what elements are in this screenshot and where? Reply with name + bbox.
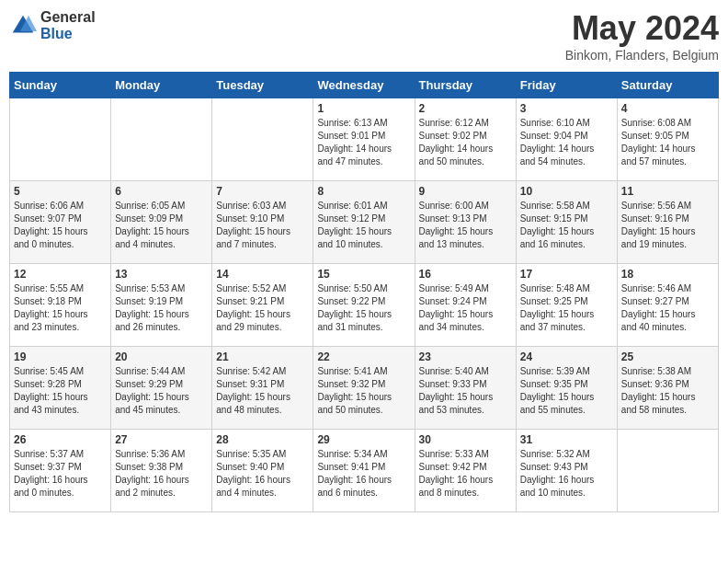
day-info: Sunrise: 5:34 AM Sunset: 9:41 PM Dayligh… (317, 448, 410, 500)
day-number: 29 (317, 433, 410, 446)
day-number: 1 (317, 102, 410, 115)
calendar-cell: 11Sunrise: 5:56 AM Sunset: 9:16 PM Dayli… (617, 181, 718, 264)
day-info: Sunrise: 5:52 AM Sunset: 9:21 PM Dayligh… (216, 282, 309, 334)
day-info: Sunrise: 5:40 AM Sunset: 9:33 PM Dayligh… (419, 365, 512, 417)
calendar-table: SundayMondayTuesdayWednesdayThursdayFrid… (9, 72, 719, 512)
day-number: 2 (419, 102, 512, 115)
calendar-cell: 26Sunrise: 5:37 AM Sunset: 9:37 PM Dayli… (10, 430, 111, 512)
logo-text: General Blue (40, 9, 96, 41)
day-number: 22 (317, 350, 410, 363)
calendar-cell: 20Sunrise: 5:44 AM Sunset: 9:29 PM Dayli… (111, 347, 212, 430)
day-info: Sunrise: 5:36 AM Sunset: 9:38 PM Dayligh… (115, 448, 208, 500)
calendar-day-header: Monday (111, 73, 212, 98)
day-number: 19 (14, 350, 107, 363)
calendar-cell (617, 430, 718, 512)
day-number: 25 (621, 350, 714, 363)
day-info: Sunrise: 5:49 AM Sunset: 9:24 PM Dayligh… (419, 282, 512, 334)
day-info: Sunrise: 6:03 AM Sunset: 9:10 PM Dayligh… (216, 200, 309, 251)
day-info: Sunrise: 5:46 AM Sunset: 9:27 PM Dayligh… (621, 282, 714, 334)
day-number: 21 (216, 350, 309, 363)
calendar-day-header: Wednesday (313, 73, 415, 98)
calendar-cell: 4Sunrise: 6:08 AM Sunset: 9:05 PM Daylig… (617, 98, 718, 181)
calendar-day-header: Saturday (617, 73, 718, 98)
day-info: Sunrise: 6:12 AM Sunset: 9:02 PM Dayligh… (419, 117, 512, 168)
day-number: 27 (115, 433, 208, 446)
day-info: Sunrise: 5:48 AM Sunset: 9:25 PM Dayligh… (520, 282, 613, 334)
calendar-cell: 14Sunrise: 5:52 AM Sunset: 9:21 PM Dayli… (212, 264, 313, 347)
calendar-week-row: 5Sunrise: 6:06 AM Sunset: 9:07 PM Daylig… (10, 181, 719, 264)
calendar-day-header: Sunday (10, 73, 111, 98)
calendar-cell: 28Sunrise: 5:35 AM Sunset: 9:40 PM Dayli… (212, 430, 313, 512)
day-info: Sunrise: 5:50 AM Sunset: 9:22 PM Dayligh… (317, 282, 410, 334)
day-number: 24 (520, 350, 613, 363)
location: Binkom, Flanders, Belgium (565, 48, 719, 63)
day-number: 9 (419, 185, 512, 198)
calendar-cell: 18Sunrise: 5:46 AM Sunset: 9:27 PM Dayli… (617, 264, 718, 347)
day-number: 17 (520, 268, 613, 281)
day-info: Sunrise: 5:37 AM Sunset: 9:37 PM Dayligh… (14, 448, 107, 500)
day-info: Sunrise: 5:39 AM Sunset: 9:35 PM Dayligh… (520, 365, 613, 417)
day-info: Sunrise: 5:56 AM Sunset: 9:16 PM Dayligh… (621, 200, 714, 251)
logo-icon (9, 12, 37, 40)
day-info: Sunrise: 5:58 AM Sunset: 9:15 PM Dayligh… (520, 200, 613, 251)
calendar-week-row: 26Sunrise: 5:37 AM Sunset: 9:37 PM Dayli… (10, 430, 719, 512)
day-number: 15 (317, 268, 410, 281)
calendar-cell (10, 98, 111, 181)
day-info: Sunrise: 5:45 AM Sunset: 9:28 PM Dayligh… (14, 365, 107, 417)
calendar-week-row: 1Sunrise: 6:13 AM Sunset: 9:01 PM Daylig… (10, 98, 719, 181)
calendar-header-row: SundayMondayTuesdayWednesdayThursdayFrid… (10, 73, 719, 98)
day-number: 26 (14, 433, 107, 446)
day-info: Sunrise: 6:06 AM Sunset: 9:07 PM Dayligh… (14, 200, 107, 251)
day-number: 8 (317, 185, 410, 198)
day-info: Sunrise: 6:10 AM Sunset: 9:04 PM Dayligh… (520, 117, 613, 168)
calendar-cell: 19Sunrise: 5:45 AM Sunset: 9:28 PM Dayli… (10, 347, 111, 430)
day-info: Sunrise: 5:41 AM Sunset: 9:32 PM Dayligh… (317, 365, 410, 417)
day-number: 31 (520, 433, 613, 446)
calendar-cell: 1Sunrise: 6:13 AM Sunset: 9:01 PM Daylig… (313, 98, 415, 181)
calendar-cell: 23Sunrise: 5:40 AM Sunset: 9:33 PM Dayli… (415, 347, 516, 430)
day-number: 23 (419, 350, 512, 363)
calendar-cell: 2Sunrise: 6:12 AM Sunset: 9:02 PM Daylig… (415, 98, 516, 181)
day-number: 10 (520, 185, 613, 198)
page-header: General Blue May 2024 Binkom, Flanders, … (9, 9, 719, 63)
calendar-cell (212, 98, 313, 181)
day-number: 12 (14, 268, 107, 281)
day-info: Sunrise: 5:32 AM Sunset: 9:43 PM Dayligh… (520, 448, 613, 500)
calendar-cell: 9Sunrise: 6:00 AM Sunset: 9:13 PM Daylig… (415, 181, 516, 264)
logo-blue: Blue (40, 26, 96, 42)
day-info: Sunrise: 6:05 AM Sunset: 9:09 PM Dayligh… (115, 200, 208, 251)
day-info: Sunrise: 5:38 AM Sunset: 9:36 PM Dayligh… (621, 365, 714, 417)
calendar-cell: 16Sunrise: 5:49 AM Sunset: 9:24 PM Dayli… (415, 264, 516, 347)
calendar-cell (111, 98, 212, 181)
calendar-cell: 12Sunrise: 5:55 AM Sunset: 9:18 PM Dayli… (10, 264, 111, 347)
title-area: May 2024 Binkom, Flanders, Belgium (565, 9, 719, 63)
day-number: 4 (621, 102, 714, 115)
calendar-cell: 31Sunrise: 5:32 AM Sunset: 9:43 PM Dayli… (516, 430, 617, 512)
day-number: 20 (115, 350, 208, 363)
calendar-cell: 21Sunrise: 5:42 AM Sunset: 9:31 PM Dayli… (212, 347, 313, 430)
day-number: 3 (520, 102, 613, 115)
logo: General Blue (9, 9, 96, 41)
day-info: Sunrise: 6:01 AM Sunset: 9:12 PM Dayligh… (317, 200, 410, 251)
day-info: Sunrise: 5:42 AM Sunset: 9:31 PM Dayligh… (216, 365, 309, 417)
calendar-cell: 29Sunrise: 5:34 AM Sunset: 9:41 PM Dayli… (313, 430, 415, 512)
day-info: Sunrise: 6:00 AM Sunset: 9:13 PM Dayligh… (419, 200, 512, 251)
day-number: 11 (621, 185, 714, 198)
calendar-day-header: Tuesday (212, 73, 313, 98)
calendar-cell: 22Sunrise: 5:41 AM Sunset: 9:32 PM Dayli… (313, 347, 415, 430)
calendar-cell: 10Sunrise: 5:58 AM Sunset: 9:15 PM Dayli… (516, 181, 617, 264)
day-info: Sunrise: 5:53 AM Sunset: 9:19 PM Dayligh… (115, 282, 208, 334)
calendar-cell: 3Sunrise: 6:10 AM Sunset: 9:04 PM Daylig… (516, 98, 617, 181)
calendar-cell: 25Sunrise: 5:38 AM Sunset: 9:36 PM Dayli… (617, 347, 718, 430)
day-number: 16 (419, 268, 512, 281)
day-number: 6 (115, 185, 208, 198)
day-number: 28 (216, 433, 309, 446)
day-number: 30 (419, 433, 512, 446)
calendar-cell: 15Sunrise: 5:50 AM Sunset: 9:22 PM Dayli… (313, 264, 415, 347)
calendar-cell: 5Sunrise: 6:06 AM Sunset: 9:07 PM Daylig… (10, 181, 111, 264)
calendar-day-header: Thursday (415, 73, 516, 98)
calendar-cell: 24Sunrise: 5:39 AM Sunset: 9:35 PM Dayli… (516, 347, 617, 430)
calendar-cell: 6Sunrise: 6:05 AM Sunset: 9:09 PM Daylig… (111, 181, 212, 264)
day-info: Sunrise: 6:08 AM Sunset: 9:05 PM Dayligh… (621, 117, 714, 168)
calendar-cell: 13Sunrise: 5:53 AM Sunset: 9:19 PM Dayli… (111, 264, 212, 347)
